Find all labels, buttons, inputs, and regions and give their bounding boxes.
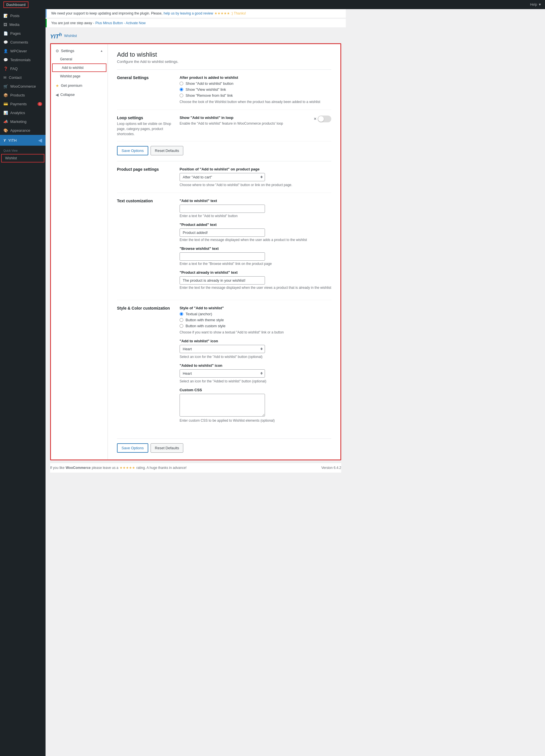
loop-toggle[interactable]: ✕ [314,116,331,122]
add-wishlist-text-desc: Enter a text for "Add to wishlist" butto… [180,214,331,218]
browse-wishlist-input[interactable] [180,252,265,261]
reset-defaults-btn-2[interactable]: Reset Defaults [151,443,183,453]
add-icon-desc: Select an icon for the "Add to wishlist"… [180,355,331,359]
style-color-label: Style & Color customization [117,306,180,427]
plugin-name-link[interactable]: Wishlist [64,34,77,38]
add-wishlist-text-input[interactable] [180,205,265,213]
add-to-wishlist-nav-item[interactable]: Add to wishlist [52,63,106,72]
sidebar-item-appearance[interactable]: 🎨 Appearance [0,126,46,135]
custom-css-field: Custom CSS Enter custom CSS to be applie… [180,388,331,423]
payments-icon: 💳 [3,102,8,106]
wpclever-icon: 👤 [3,49,8,53]
get-premium-nav-item[interactable]: ★ Get premium [51,81,108,90]
save-options-btn-1[interactable]: Save Options [117,146,148,155]
sidebar-item-posts[interactable]: 📝 Posts [0,11,46,20]
button-row-1: Save Options Reset Defaults [117,146,331,155]
loop-settings-label: Loop settings Loop options will be visib… [117,116,180,137]
position-desc: Choose where to show "Add to wishlist" b… [180,183,331,187]
premium-star-icon: ★ [55,83,59,88]
activate-link[interactable]: Plus Minus Button - Activate Now [95,21,146,25]
settings-gear-icon: ⚙ [55,49,59,53]
general-settings-row: General Settings After product is added … [117,75,331,110]
sidebar-item-woocommerce[interactable]: 🛒 WooCommerce [0,82,46,91]
general-settings-label: General Settings [117,75,180,104]
sidebar-item-faq[interactable]: ❓ FAQ [0,64,46,73]
custom-css-desc: Enter custom CSS to be applied to Wishli… [180,419,331,423]
loop-toggle-label: Show "Add to wishlist" in loop [180,116,283,120]
style-theme[interactable]: Button with theme style [180,318,331,322]
position-select[interactable]: After "Add to cart"Before "Add to cart"A… [180,173,265,181]
add-wishlist-text-field: "Add to wishlist" text Enter a text for … [180,199,331,218]
added-icon-label: "Added to wishlist" icon [180,363,331,368]
woocommerce-text: WooCommerce [66,466,91,470]
text-customization-content: "Add to wishlist" text Enter a text for … [180,199,331,294]
radio-group-after-add: Show "Add to wishlist" button Show "View… [180,81,331,98]
plugin-sidebar-nav: ⚙ Settings ▲ General Add to wishlist Wis… [51,44,108,460]
help-button[interactable]: Help ▼ [530,3,542,7]
sidebar-item-products[interactable]: 📦 Products [0,91,46,100]
plugin-main-panel: Add to wishlist Configure the Add to wis… [108,44,340,460]
posts-icon: 📝 [3,14,8,18]
marketing-icon: 📣 [3,120,8,124]
add-icon-field: "Add to wishlist" icon HeartStarBookmark… [180,339,331,359]
settings-nav-section[interactable]: ⚙ Settings ▲ [51,46,108,55]
style-field: Style of "Add to wishlist" Textual (anch… [180,306,331,334]
sidebar-item-testimonials[interactable]: 💬 Testimonials [0,55,46,64]
add-wishlist-text-label: "Add to wishlist" text [180,199,331,203]
browse-wishlist-label: "Browse wishlist" text [180,246,331,251]
yith-logo: YITh [50,32,62,40]
custom-css-label: Custom CSS [180,388,331,392]
page-subtitle: Configure the Add to wishlist settings. [117,59,331,64]
collapse-nav-item[interactable]: ◀ Collapse [51,90,108,99]
product-added-text-input[interactable] [180,228,265,237]
style-color-content: Style of "Add to wishlist" Textual (anch… [180,306,331,427]
sidebar-item-pages[interactable]: 📄 Pages [0,29,46,38]
sidebar-item-payments[interactable]: 💳 Payments 1 [0,100,46,108]
save-options-btn-2[interactable]: Save Options [117,443,148,453]
reset-defaults-btn-1[interactable]: Reset Defaults [151,146,183,155]
divider-2 [117,161,331,161]
loop-toggle-desc: Enable the "Add to wishlist" feature in … [180,121,283,125]
contact-icon: ✉ [3,75,7,80]
wishlist-page-nav-item[interactable]: Wishlist page [51,73,108,80]
general-nav-item[interactable]: General [51,55,108,63]
radio-show-remove[interactable]: Show "Remove from list" link [180,93,331,98]
sidebar-item-wpclever[interactable]: 👤 WPClever [0,47,46,55]
sidebar-item-contact[interactable]: ✉ Contact [0,73,46,82]
woocommerce-icon: 🛒 [3,84,8,88]
products-icon: 📦 [3,93,8,97]
position-select-wrapper: After "Add to cart"Before "Add to cart"A… [180,173,265,181]
position-label: Position of "Add to wishlist" on product… [180,167,331,171]
sidebar-item-analytics[interactable]: 📊 Analytics [0,108,46,117]
custom-css-textarea[interactable] [180,394,265,417]
footer-bar: If you like WooCommerce please leave us … [50,463,341,473]
dashboard-title[interactable]: Dashboard [3,1,28,8]
added-icon-select[interactable]: HeartStarBookmarkNone [180,369,265,378]
sidebar-item-comments[interactable]: 💬 Comments [0,38,46,47]
browse-wishlist-field: "Browse wishlist" text Enter a text for … [180,246,331,266]
testimonials-icon: 💬 [3,58,8,62]
radio-show-view-link[interactable]: Show "View wishlist" link [180,87,331,92]
general-settings-content: After product is added to wishlist Show … [180,75,331,104]
style-custom[interactable]: Button with custom style [180,324,331,328]
added-icon-desc: Select an icon for the "Added to wishlis… [180,379,331,383]
add-icon-select[interactable]: HeartStarBookmarkNone [180,345,265,353]
wishlist-nav-item[interactable]: Wishlist [1,154,44,162]
sidebar-item-marketing[interactable]: 📣 Marketing [0,117,46,126]
added-icon-field: "Added to wishlist" icon HeartStarBookma… [180,363,331,383]
comments-icon: 💬 [3,40,8,44]
review-link[interactable]: help us by leaving a good review [164,11,213,15]
step-notice: You are just one step away - Plus Minus … [46,19,346,27]
sidebar-item-media[interactable]: 🖼 Media [0,20,46,29]
pages-icon: 📄 [3,31,8,36]
plugin-header: YITh Wishlist [50,32,341,40]
sidebar-item-yith[interactable]: Y YITH ◀ [0,135,46,146]
text-customization-row: Text customization "Add to wishlist" tex… [117,199,331,300]
product-already-input[interactable] [180,276,265,285]
add-icon-label: "Add to wishlist" icon [180,339,331,343]
payments-badge: 1 [38,102,42,106]
style-textual[interactable]: Textual (anchor) [180,312,331,316]
content-area: We need your support to keep updating an… [46,9,346,756]
radio-show-add-btn[interactable]: Show "Add to wishlist" button [180,81,331,86]
product-already-label: "Product already in wishlist" text [180,270,331,275]
